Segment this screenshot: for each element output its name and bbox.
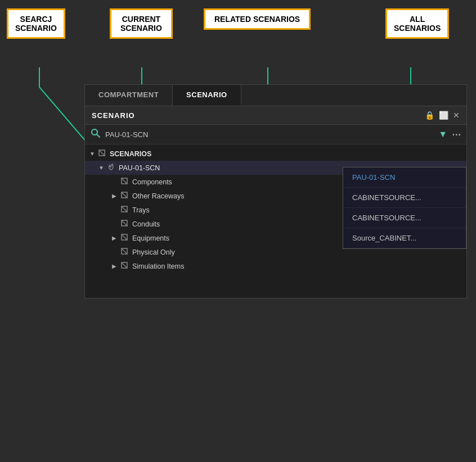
tab-compartment[interactable]: COMPARTMENT: [85, 85, 173, 106]
svg-line-18: [122, 262, 127, 268]
annotation-search: SEARCJ SCENARIO: [7, 8, 65, 39]
panel-title: SCENARIO: [92, 111, 135, 120]
annotation-all: ALL SCENARIOS: [385, 8, 449, 39]
flame-icon: [106, 163, 115, 173]
simulation-icon: [120, 261, 129, 271]
raceway-icon: [120, 191, 129, 201]
tree-label-equipments: Equipments: [132, 234, 169, 242]
tree-label-components: Components: [132, 178, 172, 186]
tab-bar: COMPARTMENT SCENARIO: [85, 85, 466, 106]
conduit-icon: [120, 219, 129, 229]
svg-line-10: [122, 206, 127, 212]
equipment-icon: [120, 233, 129, 243]
tree-label-conduits: Conduits: [132, 220, 160, 228]
tree-expand-icon: ▶: [112, 235, 118, 241]
tree-bottom-spacer: [85, 273, 466, 296]
more-options-icon[interactable]: ⋯: [452, 129, 461, 140]
dropdown-item-cabinetsource1[interactable]: CABINETSOURCE...: [343, 188, 466, 208]
scenario-dropdown-popup: PAU-01-SCN CABINETSOURCE... CABINETSOURC…: [343, 167, 466, 249]
scenario-icon: [97, 149, 106, 158]
tray-icon: [120, 205, 129, 215]
tree-item-scenarios-root[interactable]: ▼ SCENARIOS: [85, 147, 466, 161]
tree-label-simulation-items: Simulation Items: [132, 262, 184, 270]
svg-line-2: [97, 134, 100, 137]
search-icon: [91, 128, 101, 141]
dropdown-arrow-icon[interactable]: ▼: [438, 129, 447, 139]
main-container: SEARCJ SCENARIO CURRENT SCENARIO RELATED…: [0, 0, 476, 462]
dropdown-item-pau01scn[interactable]: PAU-01-SCN: [343, 167, 466, 188]
tree-label-physical-only: Physical Only: [132, 248, 175, 256]
search-bar: ▼ ⋯: [85, 125, 466, 144]
dropdown-item-source-cabinet[interactable]: Source_CABINET...: [343, 228, 466, 248]
panel-header: SCENARIO 🔒 ⬜ ✕: [85, 106, 466, 125]
tree-label-trays: Trays: [132, 206, 150, 214]
svg-line-14: [122, 234, 127, 240]
header-icons: 🔒 ⬜ ✕: [425, 111, 460, 120]
svg-line-8: [122, 192, 127, 198]
close-icon[interactable]: ✕: [453, 111, 460, 120]
main-panel: COMPARTMENT SCENARIO SCENARIO 🔒 ⬜ ✕: [84, 84, 467, 298]
lock-icon[interactable]: 🔒: [425, 111, 434, 120]
tree-expand-icon: ▼: [98, 165, 104, 171]
tree-label-other-raceways: Other Raceways: [132, 192, 184, 200]
svg-line-12: [122, 220, 127, 226]
tab-scenario[interactable]: SCENARIO: [173, 85, 241, 106]
tree-item-simulation-items[interactable]: ▶ Simulation Items: [85, 259, 466, 273]
dropdown-item-cabinetsource2[interactable]: CABINETSOURCE...: [343, 208, 466, 228]
search-input[interactable]: [105, 130, 434, 139]
tree-expand-icon: ▶: [112, 263, 118, 269]
svg-line-4: [99, 150, 105, 156]
tree-expand-icon: ▼: [89, 151, 95, 157]
component-icon: [120, 177, 129, 187]
physical-only-icon: [120, 247, 129, 257]
tree-label-scenarios: SCENARIOS: [110, 150, 151, 158]
svg-line-16: [122, 248, 127, 254]
tree-expand-icon: ▶: [112, 193, 118, 199]
svg-line-6: [122, 178, 127, 184]
restore-icon[interactable]: ⬜: [439, 111, 448, 120]
annotation-current: CURRENT SCENARIO: [110, 8, 173, 39]
annotation-related: RELATED SCENARIOS: [204, 8, 311, 30]
tree-label-pau01scn: PAU-01-SCN: [119, 164, 160, 172]
tree-area: ▼ SCENARIOS ▼: [85, 144, 466, 298]
